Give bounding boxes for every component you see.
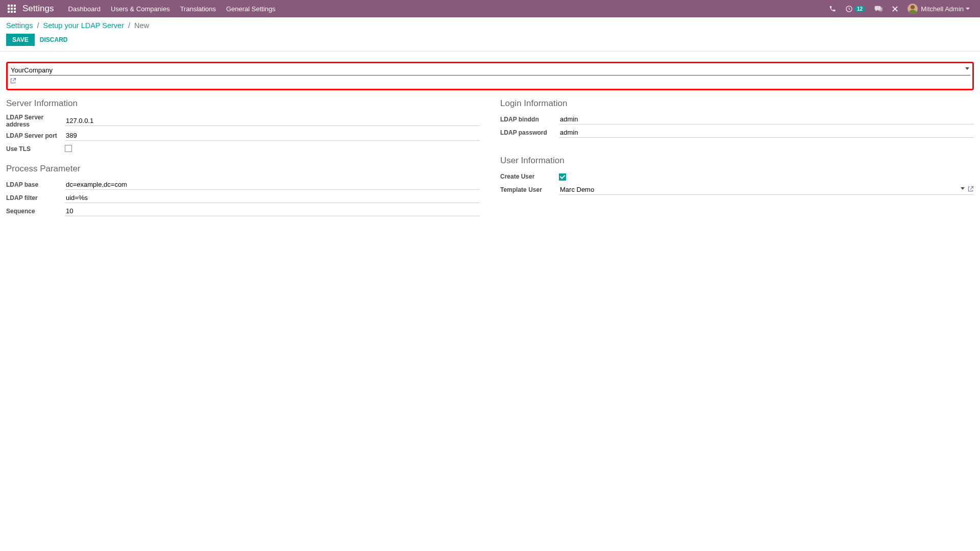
label-create-user: Create User [500,173,559,180]
chevron-down-icon[interactable] [961,187,965,190]
control-panel: Settings / Setup your LDAP Server / New … [0,17,980,52]
messages-icon[interactable] [870,0,887,17]
top-menu: Dashboard Users & Companies Translations… [63,0,280,17]
chevron-down-icon[interactable] [965,67,969,70]
discard-button[interactable]: DISCARD [40,36,68,43]
avatar [908,4,918,14]
label-ldap-password: LDAP password [500,129,559,136]
input-ldap-server-port[interactable] [65,131,480,141]
activities-badge: 12 [854,6,865,12]
svg-rect-5 [14,8,16,10]
highlight-company [6,62,974,90]
external-link-icon[interactable] [967,186,974,192]
svg-rect-8 [14,11,16,13]
input-template-user[interactable] [559,185,974,195]
app-title[interactable]: Settings [19,4,63,14]
breadcrumb-current: New [134,21,149,30]
label-use-tls: Use TLS [6,145,65,153]
label-template-user: Template User [500,186,559,193]
group-process-parameter: Process Parameter LDAP base LDAP filter … [6,164,480,217]
user-menu[interactable]: Mitchell Admin [903,0,974,17]
section-title: Login Information [500,98,974,109]
input-ldap-password[interactable] [559,128,974,138]
label-ldap-server-port: LDAP Server port [6,132,65,139]
group-user-information: User Information Create User Template Us… [500,156,974,195]
voip-icon[interactable] [825,0,840,17]
label-ldap-base: LDAP base [6,181,65,188]
checkbox-use-tls[interactable] [65,145,72,152]
checkbox-create-user[interactable] [559,173,566,181]
label-ldap-server-address: LDAP Server address [6,114,65,128]
external-link-icon[interactable] [10,78,16,84]
label-ldap-binddn: LDAP binddn [500,116,559,123]
systray: 12 Mitchell Admin [825,0,976,17]
activities-icon[interactable]: 12 [841,0,869,17]
input-sequence[interactable] [65,206,480,216]
form-sheet: Server Information LDAP Server address L… [0,52,980,232]
apps-menu-icon[interactable] [4,0,19,17]
input-ldap-binddn[interactable] [559,114,974,124]
company-field[interactable] [10,65,970,76]
chevron-down-icon [966,8,970,10]
breadcrumb: Settings / Setup your LDAP Server / New [6,21,974,30]
section-title: Server Information [6,98,480,109]
close-icon[interactable] [888,0,902,17]
svg-rect-4 [11,8,13,10]
menu-general-settings[interactable]: General Settings [221,0,281,17]
svg-rect-1 [11,5,13,7]
section-title: User Information [500,156,974,166]
topbar: Settings Dashboard Users & Companies Tra… [0,0,980,17]
menu-translations[interactable]: Translations [175,0,221,17]
svg-rect-7 [11,11,13,13]
save-button[interactable]: SAVE [6,34,35,46]
breadcrumb-settings[interactable]: Settings [6,21,33,30]
breadcrumb-ldap-list[interactable]: Setup your LDAP Server [43,21,125,30]
svg-rect-2 [14,5,16,7]
input-ldap-base[interactable] [65,180,480,190]
group-server-information: Server Information LDAP Server address L… [6,98,480,155]
input-ldap-filter[interactable] [65,193,480,203]
svg-rect-6 [8,11,10,13]
menu-users-companies[interactable]: Users & Companies [106,0,175,17]
input-ldap-server-address[interactable] [65,116,480,126]
svg-rect-3 [8,8,10,10]
label-ldap-filter: LDAP filter [6,194,65,202]
user-name: Mitchell Admin [921,5,964,13]
group-login-information: Login Information LDAP binddn LDAP passw… [500,98,974,138]
svg-rect-0 [8,5,10,7]
label-sequence: Sequence [6,208,65,215]
section-title: Process Parameter [6,164,480,174]
menu-dashboard[interactable]: Dashboard [63,0,106,17]
